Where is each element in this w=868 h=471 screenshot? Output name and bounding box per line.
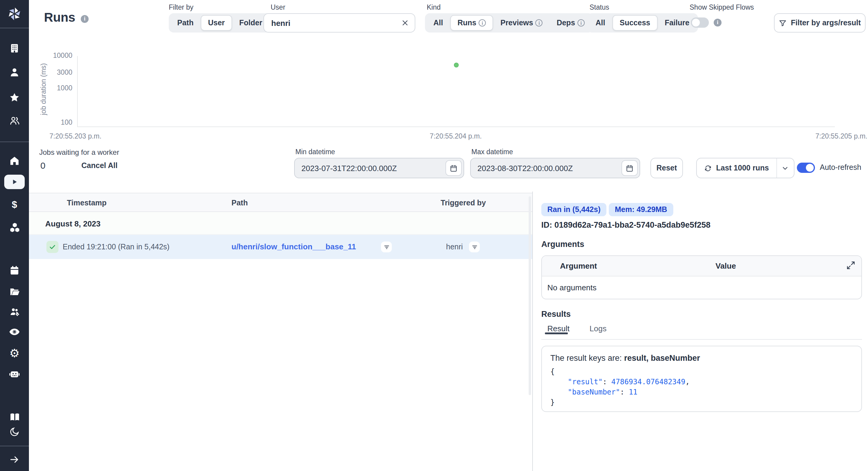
sidebar-item-members[interactable] — [0, 305, 29, 317]
table-scrollbar[interactable] — [529, 196, 531, 395]
clear-user-filter-icon[interactable] — [401, 19, 409, 27]
column-timestamp: Timestamp — [67, 199, 107, 207]
value-column: Value — [715, 261, 736, 270]
column-triggered-by: Triggered by — [441, 199, 486, 207]
chart-data-point[interactable] — [454, 63, 458, 68]
expand-icon[interactable] — [846, 261, 855, 270]
chart-x-axis — [77, 127, 835, 127]
sidebar-item-user[interactable] — [0, 66, 29, 78]
reload-split-button: Last 1000 runs — [696, 158, 794, 178]
filter-by-path-button[interactable]: Path — [170, 15, 200, 31]
max-datetime-field — [470, 158, 640, 178]
run-row[interactable]: Ended 19:21:00 (Ran in 5,442s) u/henri/s… — [29, 235, 532, 259]
x-tick-middle: 7:20:55.204 p.m. — [396, 133, 516, 140]
sidebar-item-expand[interactable] — [0, 453, 29, 466]
filter-by-segmented: Path User Folder — [169, 13, 271, 33]
json-colon: : — [602, 378, 611, 386]
min-datetime-label: Min datetime — [296, 148, 335, 156]
sidebar-item-cost[interactable]: $ — [0, 199, 29, 211]
kind-deps-button[interactable]: Deps i — [550, 15, 591, 31]
windmill-logo[interactable] — [0, 0, 29, 28]
person-icon — [9, 67, 20, 78]
success-status-badge — [46, 241, 59, 253]
sidebar-divider — [0, 141, 29, 142]
max-datetime-input[interactable] — [471, 159, 640, 178]
sidebar-item-schedules[interactable] — [0, 264, 29, 276]
chart-y-axis — [77, 56, 78, 127]
gear-icon: ⚙ — [9, 347, 20, 359]
check-icon — [49, 243, 56, 250]
filter-by-user-button[interactable]: User — [201, 15, 232, 31]
status-failure-button[interactable]: Failure — [658, 15, 696, 31]
info-icon: i — [578, 19, 585, 27]
tab-logs[interactable]: Logs — [588, 324, 608, 333]
auto-refresh-toggle[interactable] — [797, 163, 815, 173]
date-group-row: August 8, 2023 — [29, 212, 532, 235]
sidebar-item-settings[interactable]: ⚙ — [0, 347, 29, 359]
filter-args-button-label: Filter by args/result — [791, 19, 861, 27]
y-tick-100: 100 — [43, 119, 72, 126]
kind-all-button[interactable]: All — [427, 15, 450, 31]
column-path: Path — [231, 199, 248, 207]
sidebar-item-workspace[interactable] — [0, 42, 29, 54]
page-title: Runs — [44, 10, 75, 25]
no-arguments-row: No arguments — [542, 276, 861, 299]
sidebar-item-favorites[interactable] — [0, 92, 29, 104]
home-icon — [9, 156, 20, 166]
calendar-icon — [9, 265, 20, 276]
sidebar-item-folders[interactable] — [0, 285, 29, 298]
status-segmented: All Success Failure — [587, 13, 698, 33]
status-success-button[interactable]: Success — [613, 15, 657, 31]
filter-lines-icon — [471, 244, 478, 250]
reload-options-button[interactable] — [776, 159, 794, 178]
min-datetime-input[interactable] — [295, 159, 464, 178]
status-all-button[interactable]: All — [589, 15, 612, 31]
sidebar-item-ai-assistant[interactable] — [0, 368, 29, 380]
kind-runs-label: Runs — [458, 19, 476, 27]
show-skipped-label: Show Skipped Flows — [689, 4, 754, 11]
kind-runs-button[interactable]: Runs i — [450, 15, 493, 31]
filter-by-this-user-button[interactable] — [469, 241, 480, 253]
show-skipped-info-icon[interactable]: i — [714, 19, 721, 27]
user-filter-input[interactable] — [264, 14, 415, 32]
kind-previews-button[interactable]: Previews i — [494, 15, 549, 31]
reload-button-label: Last 1000 runs — [716, 164, 769, 172]
show-skipped-toggle[interactable] — [691, 18, 709, 28]
filter-args-button[interactable]: Filter by args/result — [774, 13, 866, 33]
panel-divider — [532, 192, 533, 471]
y-tick-10000: 10000 — [43, 52, 72, 59]
reset-button[interactable]: Reset — [650, 158, 683, 178]
y-tick-3000: 3000 — [43, 69, 72, 76]
tab-result[interactable]: Result — [546, 324, 571, 333]
arguments-table: Argument Value No arguments — [541, 256, 862, 299]
max-datetime-label: Max datetime — [471, 148, 513, 156]
sidebar-item-dark-mode[interactable] — [0, 426, 29, 438]
sidebar-item-docs[interactable] — [0, 411, 29, 423]
user-filter-field — [264, 13, 415, 33]
robot-icon — [8, 368, 21, 380]
max-datetime-calendar-button[interactable] — [621, 160, 638, 176]
filter-by-this-path-button[interactable] — [381, 241, 392, 253]
eye-icon — [8, 326, 21, 338]
run-path-link[interactable]: u/henri/slow_function___base_11 — [231, 242, 356, 251]
filter-by-label: Filter by — [169, 4, 193, 11]
cancel-all-button[interactable]: Cancel All — [82, 161, 118, 170]
arguments-table-header: Argument Value — [542, 256, 861, 276]
memory-badge[interactable]: Mem: 49.29MB — [609, 203, 673, 216]
funnel-icon — [779, 19, 786, 27]
dollar-icon: $ — [12, 199, 17, 210]
sidebar-item-groups[interactable] — [0, 114, 29, 127]
min-datetime-calendar-button[interactable] — [445, 160, 462, 176]
sidebar-item-home[interactable] — [0, 155, 29, 167]
sidebar-item-audit-logs[interactable] — [0, 326, 29, 338]
duration-badge[interactable]: Ran in (5,442s) — [541, 203, 607, 216]
info-icon: i — [535, 19, 543, 27]
sidebar-item-runs-active[interactable] — [4, 175, 25, 189]
sidebar-item-resources[interactable] — [0, 221, 29, 233]
json-value-basenumber: 11 — [629, 388, 638, 396]
run-timestamp: Ended 19:21:00 (Ran in 5,442s) — [63, 243, 169, 251]
reload-button[interactable]: Last 1000 runs — [697, 159, 776, 178]
runs-info-icon[interactable]: i — [81, 15, 89, 23]
result-viewer: The result keys are: result, baseNumber … — [541, 346, 862, 412]
argument-column: Argument — [560, 261, 597, 270]
